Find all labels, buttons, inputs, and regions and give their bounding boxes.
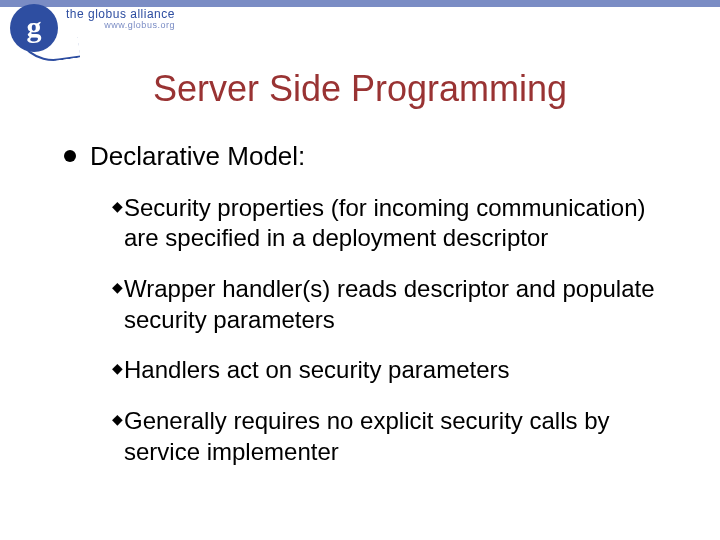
logo-block: g the globus alliance www.globus.org xyxy=(10,0,175,58)
level2-list: Security properties (for incoming commun… xyxy=(112,193,672,468)
globus-logo-icon: g xyxy=(10,4,58,52)
level2-text: Security properties (for incoming commun… xyxy=(124,193,672,254)
slide: g the globus alliance www.globus.org Ser… xyxy=(0,0,720,540)
level2-text: Generally requires no explicit security … xyxy=(124,406,672,467)
level2-text: Handlers act on security parameters xyxy=(124,355,510,386)
level2-item: Generally requires no explicit security … xyxy=(112,406,672,467)
circle-bullet-icon xyxy=(64,150,76,162)
level1-item: Declarative Model: xyxy=(64,140,672,173)
logo-url: www.globus.org xyxy=(66,21,175,31)
level2-text: Wrapper handler(s) reads descriptor and … xyxy=(124,274,672,335)
slide-title: Server Side Programming xyxy=(0,68,720,110)
level2-item: Security properties (for incoming commun… xyxy=(112,193,672,254)
level2-item: Handlers act on security parameters xyxy=(112,355,672,386)
slide-content: Declarative Model: Security properties (… xyxy=(64,140,672,468)
logo-text-block: the globus alliance www.globus.org xyxy=(66,8,175,31)
level2-item: Wrapper handler(s) reads descriptor and … xyxy=(112,274,672,335)
logo-glyph: g xyxy=(27,12,42,42)
level1-text: Declarative Model: xyxy=(90,140,305,173)
